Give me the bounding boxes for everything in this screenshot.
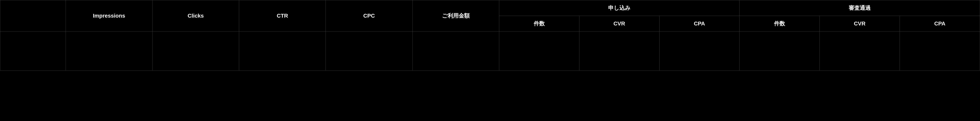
shinsa-cvr-header: CVR — [820, 16, 900, 31]
moushikomi-cvr-header: CVR — [579, 16, 659, 31]
moushikomi-cpa-header: CPA — [659, 16, 740, 31]
clicks-cell — [152, 31, 239, 71]
moushikomi-group-header: 申し込み — [499, 0, 739, 16]
moushikomi-cvr-cell — [579, 31, 659, 71]
ctr-header: CTR — [239, 0, 326, 31]
moushikomi-cpa-cell — [659, 31, 740, 71]
shinsa-group-header: 審査通過 — [740, 0, 980, 16]
cpc-cell — [326, 31, 412, 71]
shinsa-cvr-cell — [820, 31, 900, 71]
ctr-cell — [239, 31, 326, 71]
header-row-1: Impressions Clicks CTR CPC ご利用金額 申し込み 審査… — [0, 0, 980, 16]
main-header — [0, 0, 66, 31]
impressions-header: Impressions — [66, 0, 152, 31]
impressions-cell — [66, 31, 152, 71]
usage-cell — [412, 31, 499, 71]
shinsa-cpa-header: CPA — [900, 16, 980, 31]
table-row — [0, 31, 980, 71]
usage-header: ご利用金額 — [412, 0, 499, 31]
main-cell — [0, 31, 66, 71]
clicks-header: Clicks — [152, 0, 239, 31]
cpc-header: CPC — [326, 0, 412, 31]
shinsa-cpa-cell — [900, 31, 980, 71]
data-table: Impressions Clicks CTR CPC ご利用金額 申し込み 審査… — [0, 0, 980, 71]
moushikomi-kensu-cell — [499, 31, 579, 71]
shinsa-kensu-header: 件数 — [740, 16, 820, 31]
shinsa-kensu-cell — [740, 31, 820, 71]
table-container: Impressions Clicks CTR CPC ご利用金額 申し込み 審査… — [0, 0, 980, 121]
moushikomi-kensu-header: 件数 — [499, 16, 579, 31]
